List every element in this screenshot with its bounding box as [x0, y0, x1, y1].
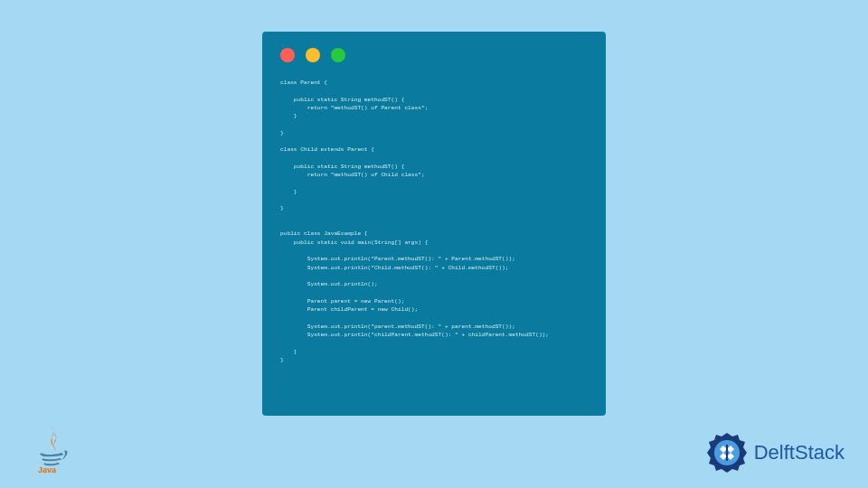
- code-line: public static String methodST() {: [280, 164, 404, 170]
- delftstack-medallion-icon: [705, 431, 749, 474]
- delftstack-logo: DelftStack: [705, 431, 844, 474]
- code-block: class Parent { public static String meth…: [280, 79, 588, 364]
- code-line: return "methodST() of Child class";: [280, 172, 425, 178]
- code-line: }: [280, 189, 297, 195]
- code-line: public static String methodST() {: [280, 97, 404, 103]
- code-line: Parent parent = new Parent();: [280, 298, 404, 305]
- svg-text:Java: Java: [38, 465, 57, 474]
- code-line: }: [280, 113, 297, 119]
- code-line: System.out.println("Parent.methodST(): "…: [280, 256, 515, 262]
- code-snippet-card: class Parent { public static String meth…: [262, 32, 606, 416]
- window-controls: [280, 48, 588, 62]
- maximize-icon: [331, 48, 345, 62]
- code-line: System.out.println("childParent.methodST…: [280, 332, 549, 338]
- delftstack-brand-text: DelftStack: [754, 441, 844, 465]
- code-line: }: [280, 205, 284, 211]
- code-line: class Child extends Parent {: [280, 146, 374, 153]
- code-line: public static void main(String[] args) {: [280, 239, 428, 246]
- code-line: class Parent {: [280, 80, 327, 86]
- code-line: System.out.println("parent.methodST(): "…: [280, 324, 515, 330]
- code-line: }: [280, 349, 297, 355]
- code-line: }: [280, 357, 284, 363]
- close-icon: [280, 48, 295, 62]
- code-line: }: [280, 130, 284, 136]
- code-line: Parent childParent = new Child();: [280, 306, 418, 313]
- svg-rect-2: [726, 445, 728, 461]
- java-logo-icon: Java: [33, 420, 72, 474]
- code-line: System.out.println("Child.methodST(): " …: [280, 265, 509, 271]
- code-line: public class JavaExample {: [280, 230, 368, 237]
- code-line: return "methodST() of Parent class";: [280, 105, 428, 111]
- minimize-icon: [306, 48, 320, 62]
- code-line: System.out.println();: [280, 281, 378, 287]
